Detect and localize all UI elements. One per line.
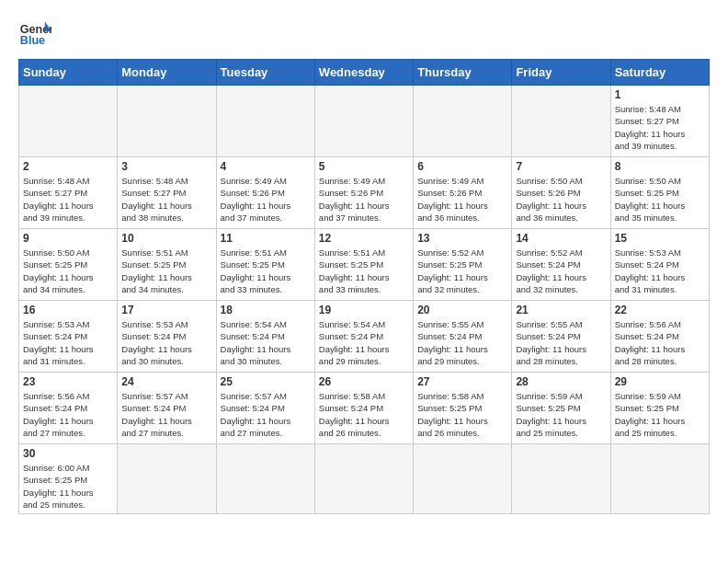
day-info: Sunrise: 5:52 AM Sunset: 5:25 PM Dayligh… xyxy=(417,247,507,295)
day-info: Sunrise: 5:56 AM Sunset: 5:24 PM Dayligh… xyxy=(23,390,113,439)
header-tuesday: Tuesday xyxy=(216,60,314,86)
day-number: 30 xyxy=(23,447,113,460)
day-info: Sunrise: 5:57 AM Sunset: 5:24 PM Dayligh… xyxy=(221,390,311,439)
day-info: Sunrise: 5:48 AM Sunset: 5:27 PM Dayligh… xyxy=(23,175,113,224)
day-info: Sunrise: 5:53 AM Sunset: 5:24 PM Dayligh… xyxy=(121,318,211,367)
day-number: 16 xyxy=(23,304,113,316)
calendar-cell xyxy=(216,444,314,514)
day-number: 19 xyxy=(319,304,409,316)
day-info: Sunrise: 5:50 AM Sunset: 5:26 PM Dayligh… xyxy=(516,175,606,224)
calendar-cell xyxy=(414,86,512,157)
day-number: 3 xyxy=(121,160,211,173)
calendar-cell: 30Sunrise: 6:00 AM Sunset: 5:25 PM Dayli… xyxy=(19,444,118,514)
day-number: 23 xyxy=(23,375,113,388)
calendar-cell xyxy=(414,444,512,514)
calendar-cell: 2Sunrise: 5:48 AM Sunset: 5:27 PM Daylig… xyxy=(19,157,118,229)
day-info: Sunrise: 6:00 AM Sunset: 5:25 PM Dayligh… xyxy=(23,462,113,511)
calendar-cell xyxy=(610,444,709,514)
calendar-week-3: 9Sunrise: 5:50 AM Sunset: 5:25 PM Daylig… xyxy=(19,229,710,301)
day-info: Sunrise: 5:48 AM Sunset: 5:27 PM Dayligh… xyxy=(615,103,705,152)
day-info: Sunrise: 5:58 AM Sunset: 5:24 PM Dayligh… xyxy=(319,390,409,439)
calendar-cell xyxy=(118,444,216,514)
day-number: 22 xyxy=(615,304,705,316)
day-number: 14 xyxy=(516,232,606,245)
day-number: 8 xyxy=(615,160,705,173)
calendar-cell xyxy=(314,86,413,157)
day-info: Sunrise: 5:51 AM Sunset: 5:25 PM Dayligh… xyxy=(221,247,311,295)
calendar-cell: 13Sunrise: 5:52 AM Sunset: 5:25 PM Dayli… xyxy=(414,229,512,301)
calendar-cell: 18Sunrise: 5:54 AM Sunset: 5:24 PM Dayli… xyxy=(216,301,314,373)
logo: General Blue xyxy=(18,15,55,48)
calendar-cell: 26Sunrise: 5:58 AM Sunset: 5:24 PM Dayli… xyxy=(314,373,413,444)
svg-text:Blue: Blue xyxy=(20,34,45,47)
day-number: 12 xyxy=(319,232,409,245)
calendar-table: SundayMondayTuesdayWednesdayThursdayFrid… xyxy=(18,59,710,514)
day-info: Sunrise: 5:50 AM Sunset: 5:25 PM Dayligh… xyxy=(23,247,113,295)
day-info: Sunrise: 5:58 AM Sunset: 5:25 PM Dayligh… xyxy=(417,390,507,439)
day-number: 26 xyxy=(319,375,409,388)
day-info: Sunrise: 5:52 AM Sunset: 5:24 PM Dayligh… xyxy=(516,247,606,295)
calendar-cell: 23Sunrise: 5:56 AM Sunset: 5:24 PM Dayli… xyxy=(19,373,118,444)
calendar-cell: 27Sunrise: 5:58 AM Sunset: 5:25 PM Dayli… xyxy=(414,373,512,444)
day-number: 1 xyxy=(615,88,705,101)
day-number: 24 xyxy=(121,375,211,388)
day-info: Sunrise: 5:50 AM Sunset: 5:25 PM Dayligh… xyxy=(615,175,705,224)
day-info: Sunrise: 5:48 AM Sunset: 5:27 PM Dayligh… xyxy=(121,175,211,224)
header-sunday: Sunday xyxy=(19,60,118,86)
day-info: Sunrise: 5:55 AM Sunset: 5:24 PM Dayligh… xyxy=(516,318,606,367)
calendar-cell: 6Sunrise: 5:49 AM Sunset: 5:26 PM Daylig… xyxy=(414,157,512,229)
calendar-cell: 19Sunrise: 5:54 AM Sunset: 5:24 PM Dayli… xyxy=(314,301,413,373)
header-monday: Monday xyxy=(118,60,216,86)
calendar-cell xyxy=(512,86,610,157)
calendar-cell: 1Sunrise: 5:48 AM Sunset: 5:27 PM Daylig… xyxy=(610,86,709,157)
day-number: 20 xyxy=(417,304,507,316)
calendar-cell: 8Sunrise: 5:50 AM Sunset: 5:25 PM Daylig… xyxy=(610,157,709,229)
calendar-cell: 17Sunrise: 5:53 AM Sunset: 5:24 PM Dayli… xyxy=(118,301,216,373)
day-info: Sunrise: 5:53 AM Sunset: 5:24 PM Dayligh… xyxy=(23,318,113,367)
day-number: 21 xyxy=(516,304,606,316)
calendar-cell: 16Sunrise: 5:53 AM Sunset: 5:24 PM Dayli… xyxy=(19,301,118,373)
header-thursday: Thursday xyxy=(414,60,512,86)
day-number: 6 xyxy=(417,160,507,173)
day-info: Sunrise: 5:55 AM Sunset: 5:24 PM Dayligh… xyxy=(417,318,507,367)
calendar-cell: 29Sunrise: 5:59 AM Sunset: 5:25 PM Dayli… xyxy=(610,373,709,444)
day-number: 4 xyxy=(221,160,311,173)
day-info: Sunrise: 5:54 AM Sunset: 5:24 PM Dayligh… xyxy=(319,318,409,367)
day-info: Sunrise: 5:59 AM Sunset: 5:25 PM Dayligh… xyxy=(615,390,705,439)
calendar-week-4: 16Sunrise: 5:53 AM Sunset: 5:24 PM Dayli… xyxy=(19,301,710,373)
calendar-cell: 5Sunrise: 5:49 AM Sunset: 5:26 PM Daylig… xyxy=(314,157,413,229)
calendar-cell xyxy=(512,444,610,514)
calendar-cell: 10Sunrise: 5:51 AM Sunset: 5:25 PM Dayli… xyxy=(118,229,216,301)
day-number: 10 xyxy=(121,232,211,245)
calendar-cell: 9Sunrise: 5:50 AM Sunset: 5:25 PM Daylig… xyxy=(19,229,118,301)
calendar-cell: 11Sunrise: 5:51 AM Sunset: 5:25 PM Dayli… xyxy=(216,229,314,301)
header-friday: Friday xyxy=(512,60,610,86)
calendar-cell: 3Sunrise: 5:48 AM Sunset: 5:27 PM Daylig… xyxy=(118,157,216,229)
calendar-cell: 28Sunrise: 5:59 AM Sunset: 5:25 PM Dayli… xyxy=(512,373,610,444)
calendar-cell: 21Sunrise: 5:55 AM Sunset: 5:24 PM Dayli… xyxy=(512,301,610,373)
day-info: Sunrise: 5:57 AM Sunset: 5:24 PM Dayligh… xyxy=(121,390,211,439)
day-info: Sunrise: 5:59 AM Sunset: 5:25 PM Dayligh… xyxy=(516,390,606,439)
day-number: 15 xyxy=(615,232,705,245)
calendar-cell: 20Sunrise: 5:55 AM Sunset: 5:24 PM Dayli… xyxy=(414,301,512,373)
calendar-week-1: 1Sunrise: 5:48 AM Sunset: 5:27 PM Daylig… xyxy=(19,86,710,157)
calendar-week-2: 2Sunrise: 5:48 AM Sunset: 5:27 PM Daylig… xyxy=(19,157,710,229)
calendar-cell xyxy=(19,86,118,157)
day-number: 28 xyxy=(516,375,606,388)
header-wednesday: Wednesday xyxy=(314,60,413,86)
calendar-cell: 4Sunrise: 5:49 AM Sunset: 5:26 PM Daylig… xyxy=(216,157,314,229)
day-info: Sunrise: 5:49 AM Sunset: 5:26 PM Dayligh… xyxy=(319,175,409,224)
day-info: Sunrise: 5:49 AM Sunset: 5:26 PM Dayligh… xyxy=(417,175,507,224)
day-number: 9 xyxy=(23,232,113,245)
calendar-cell xyxy=(118,86,216,157)
day-number: 7 xyxy=(516,160,606,173)
calendar-header-row: SundayMondayTuesdayWednesdayThursdayFrid… xyxy=(19,60,710,86)
day-info: Sunrise: 5:49 AM Sunset: 5:26 PM Dayligh… xyxy=(221,175,311,224)
day-number: 17 xyxy=(121,304,211,316)
calendar-cell: 7Sunrise: 5:50 AM Sunset: 5:26 PM Daylig… xyxy=(512,157,610,229)
day-number: 11 xyxy=(221,232,311,245)
day-info: Sunrise: 5:56 AM Sunset: 5:24 PM Dayligh… xyxy=(615,318,705,367)
calendar-cell xyxy=(314,444,413,514)
calendar-cell xyxy=(216,86,314,157)
day-info: Sunrise: 5:54 AM Sunset: 5:24 PM Dayligh… xyxy=(221,318,311,367)
